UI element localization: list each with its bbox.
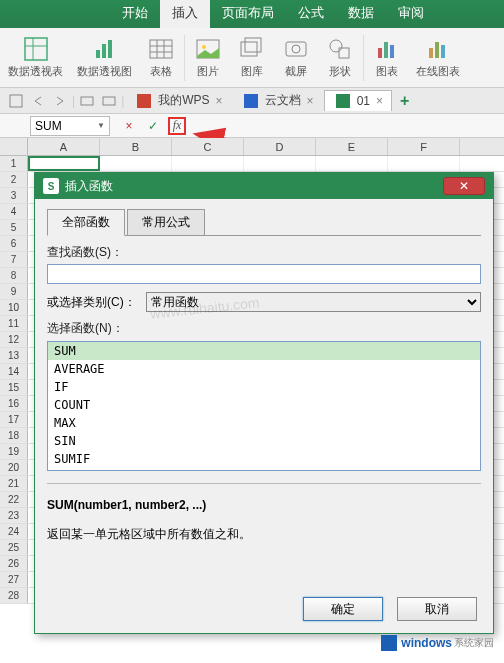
row-header[interactable]: 26	[0, 556, 28, 571]
dialog-tab-all[interactable]: 全部函数	[47, 209, 125, 236]
qat-icon[interactable]	[80, 94, 94, 108]
menu-tab-start[interactable]: 开始	[110, 0, 160, 28]
row-header[interactable]: 16	[0, 396, 28, 411]
ribbon-chart[interactable]: 图表	[366, 34, 408, 81]
row-header[interactable]: 7	[0, 252, 28, 267]
cell[interactable]	[172, 156, 244, 171]
row-header[interactable]: 9	[0, 284, 28, 299]
col-header[interactable]: D	[244, 138, 316, 155]
redo-icon[interactable]	[53, 94, 67, 108]
row-header[interactable]: 14	[0, 364, 28, 379]
undo-icon[interactable]	[31, 94, 45, 108]
cell[interactable]	[244, 156, 316, 171]
dialog-tab-common[interactable]: 常用公式	[127, 209, 205, 236]
insert-function-button[interactable]: fx	[168, 117, 186, 135]
ribbon-gallery[interactable]: 图库	[231, 34, 273, 81]
function-item[interactable]: MAX	[48, 414, 480, 432]
row-header[interactable]: 18	[0, 428, 28, 443]
cell[interactable]	[100, 156, 172, 171]
ribbon-label: 图片	[197, 64, 219, 79]
row-header[interactable]: 1	[0, 156, 28, 171]
row-header[interactable]: 19	[0, 444, 28, 459]
menu-tab-insert[interactable]: 插入	[160, 0, 210, 28]
svg-rect-14	[245, 38, 261, 52]
menu-tab-pagelayout[interactable]: 页面布局	[210, 0, 286, 28]
function-item[interactable]: SUMIF	[48, 450, 480, 468]
cell[interactable]	[28, 156, 100, 171]
row-header[interactable]: 6	[0, 236, 28, 251]
ribbon-pivotchart[interactable]: 数据透视图	[71, 34, 138, 81]
row-header[interactable]: 22	[0, 492, 28, 507]
menu-tab-data[interactable]: 数据	[336, 0, 386, 28]
row-header[interactable]: 21	[0, 476, 28, 491]
row-header[interactable]: 13	[0, 348, 28, 363]
function-item[interactable]: AVERAGE	[48, 360, 480, 378]
row-header[interactable]: 23	[0, 508, 28, 523]
svg-rect-6	[150, 40, 172, 58]
dialog-tabs: 全部函数 常用公式	[47, 209, 481, 236]
cell[interactable]	[388, 156, 460, 171]
function-list[interactable]: SUMAVERAGEIFCOUNTMAXSINSUMIF	[47, 341, 481, 471]
cancel-button[interactable]: 取消	[397, 597, 477, 621]
ok-button[interactable]: 确定	[303, 597, 383, 621]
ribbon-pivottable[interactable]: 数据透视表	[2, 34, 69, 81]
row-header[interactable]: 20	[0, 460, 28, 475]
function-item[interactable]: IF	[48, 378, 480, 396]
svg-point-16	[292, 45, 300, 53]
row-header[interactable]: 17	[0, 412, 28, 427]
row-header[interactable]: 28	[0, 588, 28, 603]
row-header[interactable]: 24	[0, 524, 28, 539]
close-icon[interactable]: ×	[307, 94, 314, 108]
ribbon-table[interactable]: 表格	[140, 34, 182, 81]
svg-rect-15	[286, 42, 306, 56]
doc-tab-cloud[interactable]: 云文档 ×	[233, 89, 322, 112]
row-header[interactable]: 12	[0, 332, 28, 347]
funclist-label: 选择函数(N)：	[47, 320, 481, 337]
cancel-formula-button[interactable]: ×	[120, 117, 138, 135]
save-icon[interactable]	[9, 94, 23, 108]
close-icon[interactable]: ×	[376, 94, 383, 108]
qat-icon[interactable]	[102, 94, 116, 108]
svg-point-12	[202, 45, 206, 49]
col-header[interactable]: A	[28, 138, 100, 155]
confirm-formula-button[interactable]: ✓	[144, 117, 162, 135]
col-header[interactable]: C	[172, 138, 244, 155]
function-item[interactable]: COUNT	[48, 396, 480, 414]
row-header[interactable]: 5	[0, 220, 28, 235]
row-header[interactable]: 2	[0, 172, 28, 187]
dialog-titlebar[interactable]: S 插入函数 ✕	[35, 173, 493, 199]
function-description: 返回某一单元格区域中所有数值之和。	[47, 526, 481, 543]
row-header[interactable]: 11	[0, 316, 28, 331]
ribbon-onlinechart[interactable]: 在线图表	[410, 34, 466, 81]
dialog-close-button[interactable]: ✕	[443, 177, 485, 195]
new-tab-button[interactable]: +	[394, 92, 415, 110]
doc-tab-01[interactable]: 01 ×	[324, 90, 392, 111]
cell[interactable]	[316, 156, 388, 171]
name-box[interactable]: SUM ▼	[30, 116, 110, 136]
menu-tab-formula[interactable]: 公式	[286, 0, 336, 28]
row-header[interactable]: 3	[0, 188, 28, 203]
ribbon-screenshot[interactable]: 截屏	[275, 34, 317, 81]
row-header[interactable]: 27	[0, 572, 28, 587]
table-icon	[148, 36, 174, 62]
ribbon-shapes[interactable]: 形状	[319, 34, 361, 81]
category-select[interactable]: 常用函数	[146, 292, 481, 312]
function-item[interactable]: SUM	[48, 342, 480, 360]
doc-tab-mywps[interactable]: 我的WPS ×	[126, 89, 230, 112]
row-header[interactable]: 15	[0, 380, 28, 395]
row-header[interactable]: 10	[0, 300, 28, 315]
row-header[interactable]: 25	[0, 540, 28, 555]
function-item[interactable]: SIN	[48, 432, 480, 450]
col-header[interactable]: F	[388, 138, 460, 155]
select-all-corner[interactable]	[0, 138, 28, 155]
menu-tab-review[interactable]: 审阅	[386, 0, 436, 28]
search-input[interactable]	[47, 264, 481, 284]
row-header[interactable]: 4	[0, 204, 28, 219]
ribbon-label: 形状	[329, 64, 351, 79]
ribbon-picture[interactable]: 图片	[187, 34, 229, 81]
row-header[interactable]: 8	[0, 268, 28, 283]
col-header[interactable]: B	[100, 138, 172, 155]
close-icon[interactable]: ×	[216, 94, 223, 108]
chevron-down-icon[interactable]: ▼	[97, 121, 105, 130]
col-header[interactable]: E	[316, 138, 388, 155]
